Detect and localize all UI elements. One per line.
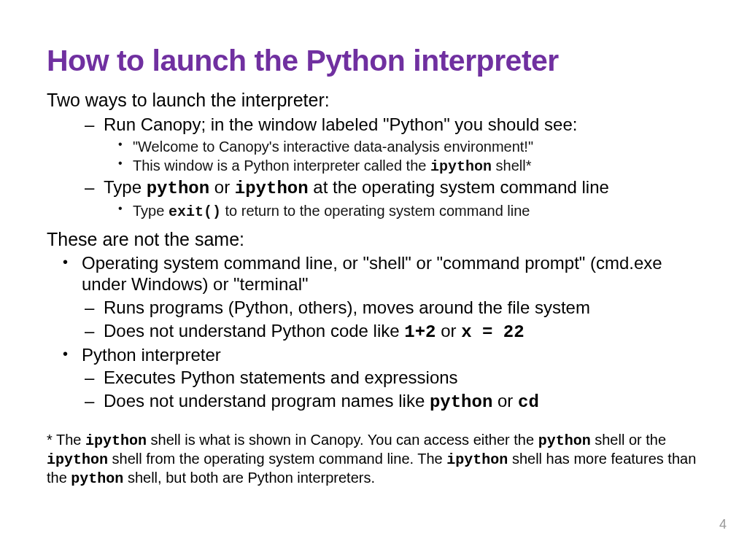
code-python: python — [430, 392, 492, 412]
list-item: Type exit() to return to the operating s… — [47, 201, 700, 222]
code-ipython: ipython — [235, 179, 309, 198]
list-item: Operating system command line, or "shell… — [47, 253, 700, 295]
ways-1-sublist: Type exit() to return to the operating s… — [47, 201, 700, 222]
text: * The — [47, 432, 85, 448]
text: "Welcome to Canopy's interactive data-an… — [133, 139, 533, 155]
diffs-1-sublist: Executes Python statements and expressio… — [47, 367, 700, 413]
code-python: python — [71, 470, 123, 487]
text: shell from the operating system command … — [108, 451, 446, 467]
text: Does not understand Python code like — [104, 321, 404, 341]
code-ipython: ipython — [47, 451, 108, 468]
list-item: Does not understand program names like p… — [47, 390, 700, 413]
text: Run Canopy; in the window labeled "Pytho… — [104, 114, 577, 134]
list-item: Runs programs (Python, others), moves ar… — [47, 297, 700, 319]
text: Python interpreter — [82, 345, 221, 365]
list-item: Does not understand Python code like 1+2… — [47, 320, 700, 343]
text: Does not understand program names like — [104, 391, 430, 411]
text: Executes Python statements and expressio… — [104, 368, 458, 387]
intro-text-2: These are not the same: — [47, 229, 700, 250]
code-python: python — [538, 432, 591, 449]
list-item: "Welcome to Canopy's interactive data-an… — [47, 137, 700, 156]
footnote: * The ipython shell is what is shown in … — [47, 431, 700, 488]
text: or — [492, 391, 518, 411]
ways-list-2: Type python or ipython at the operating … — [47, 176, 700, 200]
code-ipython: ipython — [446, 451, 508, 468]
list-item: Type python or ipython at the operating … — [47, 176, 700, 200]
text: to return to the operating system comman… — [221, 203, 530, 219]
ways-list: Run Canopy; in the window labeled "Pytho… — [47, 114, 700, 136]
code-ipython: ipython — [85, 432, 147, 449]
text: shell, but both are Python interpreters. — [123, 470, 375, 486]
text: This window is a Python interpreter call… — [133, 158, 430, 174]
text: shell* — [492, 158, 531, 174]
page-number: 4 — [719, 517, 727, 532]
diffs-0-sublist: Runs programs (Python, others), moves ar… — [47, 297, 700, 343]
text: Runs programs (Python, others), moves ar… — [104, 298, 590, 317]
intro-text-1: Two ways to launch the interpreter: — [47, 90, 700, 111]
list-item: Python interpreter — [47, 345, 700, 366]
code-exit: exit() — [169, 203, 221, 220]
text: shell or the — [591, 432, 666, 448]
diffs-list-2: Python interpreter — [47, 345, 700, 366]
text: Type — [133, 203, 169, 219]
text: shell is what is shown in Canopy. You ca… — [147, 432, 538, 448]
text: at the operating system command line — [309, 177, 609, 197]
ways-0-sublist: "Welcome to Canopy's interactive data-an… — [47, 137, 700, 176]
text: Type — [104, 177, 147, 197]
code-assign: x = 22 — [461, 322, 524, 342]
code-python: python — [147, 179, 209, 198]
list-item: This window is a Python interpreter call… — [47, 156, 700, 176]
code-ipython: ipython — [430, 158, 492, 175]
list-item: Run Canopy; in the window labeled "Pytho… — [47, 114, 700, 136]
slide-title: How to launch the Python interpreter — [47, 44, 700, 78]
code-cd: cd — [518, 392, 539, 412]
diffs-list: Operating system command line, or "shell… — [47, 253, 700, 295]
text: or — [436, 321, 461, 341]
text: Operating system command line, or "shell… — [82, 253, 662, 294]
text: or — [209, 177, 235, 197]
code-expr: 1+2 — [404, 322, 436, 342]
list-item: Executes Python statements and expressio… — [47, 367, 700, 389]
